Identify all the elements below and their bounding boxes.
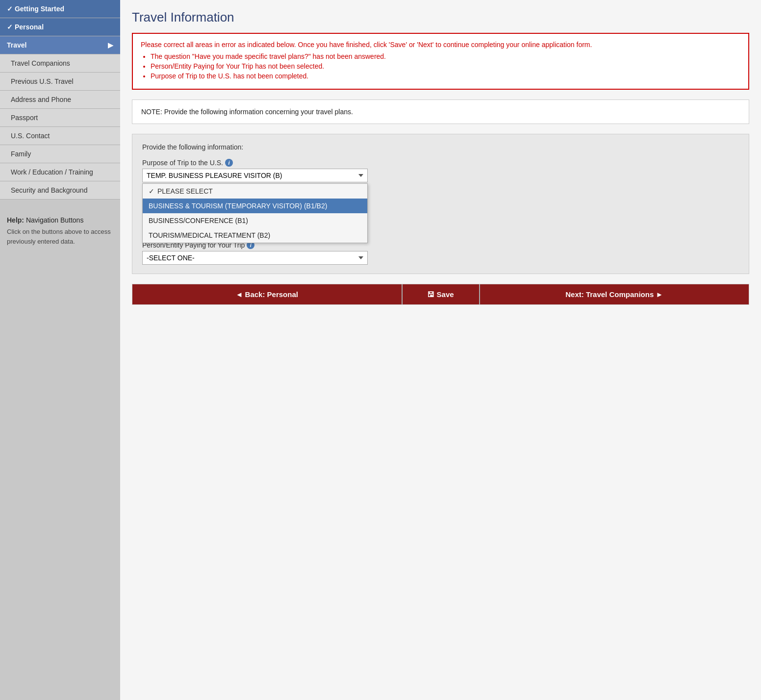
purpose-dropdown-popup: ✓ PLEASE SELECT BUSINESS & TOURISM (TEMP… (142, 183, 368, 243)
purpose-of-trip-select[interactable]: TEMP. BUSINESS PLEASURE VISITOR (B) (142, 169, 368, 182)
error-list: The question "Have you made specific tra… (151, 52, 740, 80)
provide-info-label: Provide the following information: (142, 143, 739, 151)
sidebar-item-work-education-training[interactable]: Work / Education / Training (0, 163, 120, 181)
checkmark-icon: ✓ (149, 187, 154, 195)
note-text: NOTE: Provide the following information … (141, 108, 353, 116)
sidebar-item-passport[interactable]: Passport (0, 109, 120, 127)
person-entity-section: Person/Entity Paying for Your Trip i -SE… (142, 241, 739, 265)
help-title: Help: Navigation Buttons (7, 216, 113, 224)
next-button[interactable]: Next: Travel Companions ► (480, 284, 749, 304)
back-button[interactable]: ◄ Back: Personal (132, 284, 402, 304)
main-content: Travel Information Please correct all ar… (120, 0, 761, 700)
dropdown-option-tourism-medical[interactable]: TOURISM/MEDICAL TREATMENT (B2) (143, 228, 367, 243)
sidebar-item-personal[interactable]: ✓ Personal (0, 18, 120, 36)
error-intro: Please correct all areas in error as ind… (141, 41, 740, 49)
purpose-info-icon[interactable]: i (225, 159, 233, 167)
arrow-icon: ▶ (108, 41, 113, 49)
purpose-of-trip-label: Purpose of Trip to the U.S. i (142, 159, 739, 167)
sidebar-item-previous-us-travel[interactable]: Previous U.S. Travel (0, 73, 120, 91)
form-section: Provide the following information: Purpo… (132, 134, 749, 274)
sidebar-item-family[interactable]: Family (0, 145, 120, 163)
dropdown-option-biz-conference[interactable]: BUSINESS/CONFERENCE (B1) (143, 213, 367, 228)
sidebar-item-security-and-background[interactable]: Security and Background (0, 181, 120, 200)
sidebar-item-us-contact[interactable]: U.S. Contact (0, 127, 120, 145)
dropdown-option-biz-tourism[interactable]: BUSINESS & TOURISM (TEMPORARY VISITOR) (… (143, 199, 367, 213)
save-button[interactable]: 🖫 Save (402, 284, 480, 304)
dropdown-option-please-select[interactable]: ✓ PLEASE SELECT (143, 184, 367, 199)
person-entity-select[interactable]: -SELECT ONE- (142, 251, 368, 265)
sidebar-item-address-and-phone[interactable]: Address and Phone (0, 91, 120, 109)
error-item-3: Purpose of Trip to the U.S. has not been… (151, 72, 740, 80)
sidebar: ✓ Getting Started ✓ Personal Travel ▶ Tr… (0, 0, 120, 700)
sidebar-item-travel[interactable]: Travel ▶ (0, 36, 120, 54)
help-body: Click on the buttons above to access pre… (7, 227, 113, 246)
sidebar-item-travel-companions[interactable]: Travel Companions (0, 54, 120, 73)
error-box: Please correct all areas in error as ind… (132, 33, 749, 90)
purpose-of-trip-container: TEMP. BUSINESS PLEASURE VISITOR (B) ✓ PL… (142, 169, 739, 182)
page-title: Travel Information (132, 10, 749, 25)
help-section: Help: Navigation Buttons Click on the bu… (0, 209, 120, 253)
error-item-2: Person/Entity Paying for Your Trip has n… (151, 62, 740, 70)
footer-nav: ◄ Back: Personal 🖫 Save Next: Travel Com… (132, 284, 749, 305)
error-item-1: The question "Have you made specific tra… (151, 52, 740, 60)
sidebar-item-getting-started[interactable]: ✓ Getting Started (0, 0, 120, 18)
note-box: NOTE: Provide the following information … (132, 100, 749, 124)
